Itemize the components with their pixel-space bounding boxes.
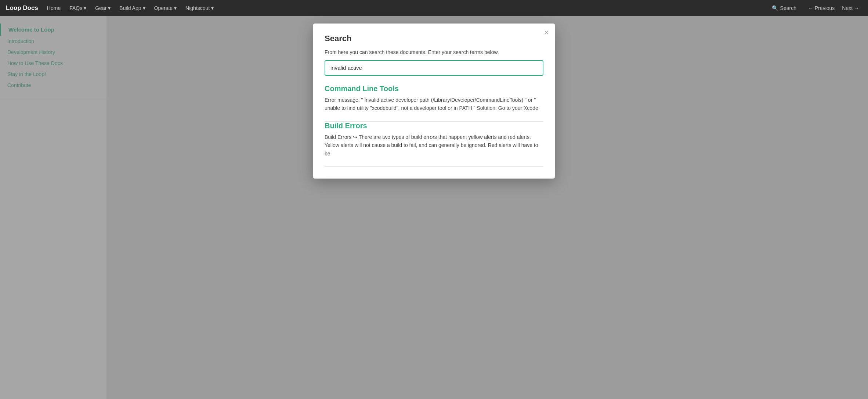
nav-nightscout[interactable]: Nightscout ▾ (185, 5, 214, 11)
search-input-wrapper[interactable] (325, 60, 543, 76)
result-2-text: Build Errors ↪ There are two types of bu… (325, 133, 543, 158)
chevron-down-icon: ▾ (84, 5, 86, 11)
nav-build-app[interactable]: Build App ▾ (119, 5, 145, 11)
result-divider-2 (325, 166, 543, 167)
modal-description: From here you can search these documents… (325, 49, 543, 55)
search-icon: 🔍 (772, 5, 778, 11)
modal-overlay[interactable]: × Search From here you can search these … (0, 16, 868, 399)
navbar: Loop Docs Home FAQs ▾ Gear ▾ Build App ▾… (0, 0, 868, 16)
search-result-1: Command Line Tools Error message: " Inva… (325, 85, 543, 112)
modal-close-button[interactable]: × (544, 29, 549, 36)
search-result-2: Build Errors Build Errors ↪ There are tw… (325, 122, 543, 158)
chevron-down-icon: ▾ (211, 5, 214, 11)
chevron-down-icon: ▾ (108, 5, 111, 11)
result-1-text: Error message: " Invalid active develope… (325, 96, 543, 112)
result-1-title[interactable]: Command Line Tools (325, 85, 543, 93)
nav-gear[interactable]: Gear ▾ (95, 5, 111, 11)
brand-logo[interactable]: Loop Docs (6, 4, 38, 12)
chevron-down-icon: ▾ (143, 5, 145, 11)
search-modal: × Search From here you can search these … (313, 24, 555, 179)
next-button[interactable]: Next → (839, 5, 862, 11)
search-input[interactable] (330, 65, 538, 71)
nav-home[interactable]: Home (47, 5, 61, 11)
chevron-down-icon: ▾ (174, 5, 177, 11)
result-2-title[interactable]: Build Errors (325, 122, 543, 130)
nav-operate[interactable]: Operate ▾ (154, 5, 177, 11)
previous-button[interactable]: ← Previous (805, 5, 838, 11)
search-button[interactable]: 🔍 Search (772, 5, 796, 11)
nav-faqs[interactable]: FAQs ▾ (69, 5, 86, 11)
modal-title: Search (325, 34, 543, 43)
